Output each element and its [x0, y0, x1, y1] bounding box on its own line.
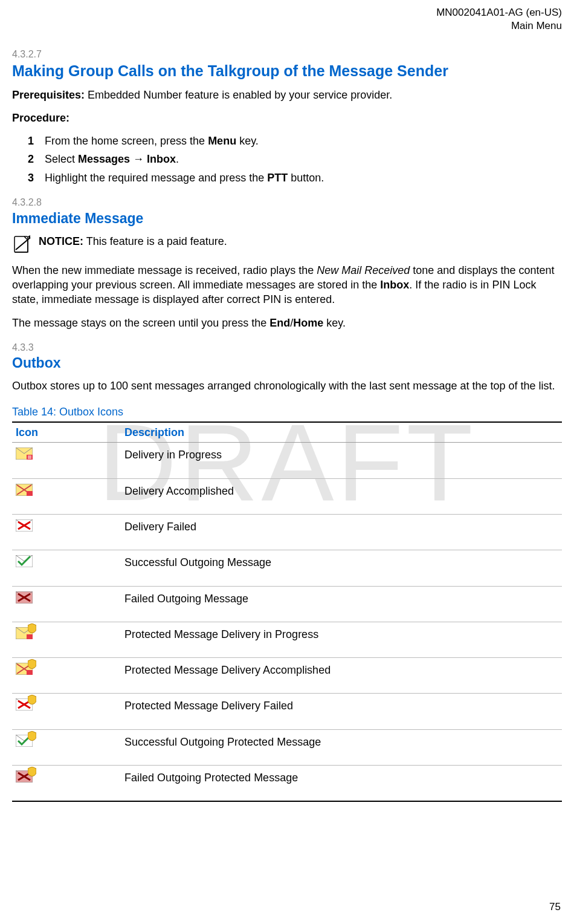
description-cell: Protected Message Delivery in Progress	[121, 622, 562, 657]
paragraph: When the new immediate message is receiv…	[12, 263, 562, 307]
envelope-success-outgoing-icon	[16, 555, 33, 567]
page-number: 75	[549, 900, 561, 914]
table-row: Failed Outgoing Message	[12, 586, 562, 622]
notice-text: NOTICE: This feature is a paid feature.	[39, 234, 227, 249]
description-cell: Protected Message Delivery Accomplished	[121, 658, 562, 694]
table-row: Failed Outgoing Protected Message	[12, 766, 562, 802]
table-title: Table 14: Outbox Icons	[12, 405, 562, 419]
table-header-icon: Icon	[12, 422, 121, 443]
notice: NOTICE: This feature is a paid feature.	[12, 234, 562, 253]
section-title: Outbox	[12, 354, 562, 373]
description-cell: Delivery Accomplished	[121, 478, 562, 514]
svg-rect-9	[27, 634, 33, 639]
icon-cell	[12, 694, 121, 729]
notice-icon	[12, 234, 31, 253]
icon-cell	[12, 729, 121, 765]
prereq-text: Embedded Number feature is enabled by yo…	[85, 89, 392, 101]
section-title: Making Group Calls on the Talkgroup of t…	[12, 61, 562, 82]
table-row: Protected Message Delivery in Progress	[12, 622, 562, 657]
envelope-protected-progress-icon	[16, 627, 33, 643]
prerequisites: Prerequisites: Embedded Number feature i…	[12, 88, 562, 102]
icon-cell	[12, 514, 121, 550]
envelope-delivery-failed-icon	[16, 519, 33, 532]
prereq-label: Prerequisites:	[12, 89, 85, 101]
section-number: 4.3.2.8	[12, 196, 562, 209]
section-name: Main Menu	[12, 19, 562, 33]
table-row: Delivery in Progress	[12, 443, 562, 478]
svg-rect-4	[27, 491, 33, 496]
step-number: 1	[28, 134, 45, 148]
doc-id: MN002041A01-AG (en-US)	[12, 6, 562, 19]
step-number: 3	[28, 171, 45, 185]
envelope-delivery-progress-icon	[16, 447, 33, 460]
table-row: Delivery Failed	[12, 514, 562, 550]
envelope-failed-outgoing-icon	[16, 591, 33, 604]
description-cell: Failed Outgoing Message	[121, 586, 562, 622]
envelope-protected-failed-icon	[16, 698, 33, 714]
step-text: Select Messages → Inbox.	[45, 152, 179, 166]
description-cell: Failed Outgoing Protected Message	[121, 766, 562, 802]
step-number: 2	[28, 152, 45, 166]
description-cell: Successful Outgoing Protected Message	[121, 729, 562, 765]
table-row: Successful Outgoing Message	[12, 550, 562, 586]
description-cell: Protected Message Delivery Failed	[121, 694, 562, 729]
svg-rect-11	[27, 670, 33, 675]
section-number: 4.3.3	[12, 341, 562, 354]
table-header-description: Description	[121, 422, 562, 443]
paragraph: The message stays on the screen until yo…	[12, 316, 562, 330]
table-row: Successful Outgoing Protected Message	[12, 729, 562, 765]
icon-cell	[12, 766, 121, 802]
icon-cell	[12, 586, 121, 622]
icon-cell	[12, 550, 121, 586]
section-number: 4.3.2.7	[12, 48, 562, 61]
envelope-delivery-accomplished-icon	[16, 484, 33, 496]
envelope-protected-accomplished-icon	[16, 663, 33, 678]
description-cell: Delivery in Progress	[121, 443, 562, 478]
envelope-protected-success-outgoing-icon	[16, 735, 33, 750]
step-text: Highlight the required message and press…	[45, 171, 324, 185]
list-item: 1 From the home screen, press the Menu k…	[28, 134, 562, 148]
step-text: From the home screen, press the Menu key…	[45, 134, 259, 148]
description-cell: Delivery Failed	[121, 514, 562, 550]
page-header: MN002041A01-AG (en-US) Main Menu	[12, 6, 562, 33]
envelope-protected-failed-outgoing-icon	[16, 770, 33, 786]
icon-cell	[12, 478, 121, 514]
table-row: Protected Message Delivery Accomplished	[12, 658, 562, 694]
list-item: 2 Select Messages → Inbox.	[28, 152, 562, 166]
section-title: Immediate Message	[12, 209, 562, 228]
table-row: Delivery Accomplished	[12, 478, 562, 514]
icon-cell	[12, 658, 121, 694]
outbox-icons-table: Icon Description Delivery in Progress	[12, 421, 562, 802]
list-item: 3 Highlight the required message and pre…	[28, 171, 562, 185]
description-cell: Successful Outgoing Message	[121, 550, 562, 586]
paragraph: Outbox stores up to 100 sent messages ar…	[12, 379, 562, 393]
procedure-label: Procedure:	[12, 111, 562, 125]
icon-cell	[12, 622, 121, 657]
page-content: MN002041A01-AG (en-US) Main Menu 4.3.2.7…	[12, 6, 562, 802]
icon-cell	[12, 443, 121, 478]
table-row: Protected Message Delivery Failed	[12, 694, 562, 729]
procedure-list: 1 From the home screen, press the Menu k…	[28, 134, 562, 185]
